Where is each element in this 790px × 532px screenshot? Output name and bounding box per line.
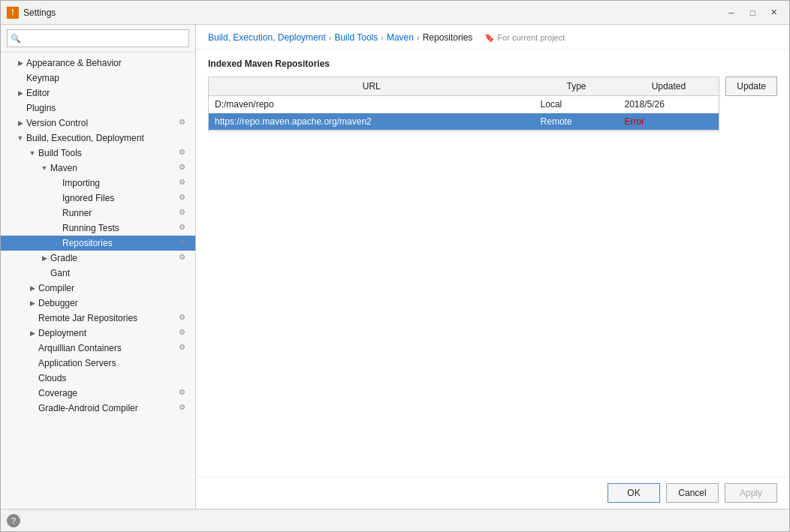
sidebar-item-compiler[interactable]: ▶ Compiler: [1, 281, 195, 296]
arrow-icon: [40, 269, 49, 277]
sidebar-item-runner[interactable]: Runner ⚙: [1, 206, 195, 221]
breadcrumb-build-exec[interactable]: Build, Execution, Deployment: [208, 32, 326, 43]
sidebar-item-vcs[interactable]: ▶ Version Control ⚙: [1, 116, 195, 131]
sidebar-item-keymap[interactable]: Keymap: [1, 71, 195, 86]
arrow-icon: ▶: [16, 119, 25, 127]
sidebar-item-debugger[interactable]: ▶ Debugger: [1, 296, 195, 311]
col-type: Type: [535, 77, 619, 96]
arrow-icon: [28, 389, 37, 397]
settings-icon: ⚙: [179, 223, 189, 233]
search-input[interactable]: [7, 29, 189, 47]
arrow-icon: ▶: [16, 59, 25, 67]
arrow-icon: ▶: [28, 284, 37, 292]
col-url: URL: [209, 77, 535, 96]
cell-type: Remote: [535, 113, 619, 131]
arrow-icon: [16, 104, 25, 112]
arrow-icon: ▼: [40, 164, 49, 172]
sidebar-item-remote-jar[interactable]: Remote Jar Repositories ⚙: [1, 311, 195, 326]
cell-type: Local: [535, 96, 619, 113]
sidebar-item-maven[interactable]: ▼ Maven ⚙: [1, 161, 195, 176]
window-title: Settings: [23, 8, 722, 18]
col-updated: Updated: [618, 77, 719, 96]
repo-table-container: URL Type Updated D:/maven/repo Local: [208, 77, 719, 131]
arrow-icon: [28, 314, 37, 322]
arrow-icon: ▶: [16, 89, 25, 97]
arrow-icon: [28, 374, 37, 382]
settings-icon: ⚙: [179, 313, 189, 323]
apply-button[interactable]: Apply: [725, 483, 777, 503]
title-bar: ! Settings ─ □ ✕: [1, 1, 789, 25]
sidebar-item-repositories[interactable]: Repositories ⚙: [1, 236, 195, 251]
repo-url-link[interactable]: https://repo.maven.apache.org/maven2: [215, 116, 372, 127]
sidebar-item-coverage[interactable]: Coverage ⚙: [1, 386, 195, 401]
arrow-icon: [52, 239, 61, 247]
sidebar-item-app-servers[interactable]: Application Servers: [1, 356, 195, 371]
sidebar-item-clouds[interactable]: Clouds: [1, 371, 195, 386]
main-content: 🔍 ▶ Appearance & Behavior Keymap ▶: [1, 25, 789, 509]
settings-icon: ⚙: [179, 178, 189, 188]
settings-icon: ⚙: [179, 343, 189, 353]
arrow-icon: [28, 359, 37, 367]
update-button[interactable]: Update: [725, 77, 777, 96]
arrow-icon: ▶: [28, 329, 37, 337]
breadcrumb: Build, Execution, Deployment › Build Too…: [196, 25, 789, 50]
sidebar-item-gradle[interactable]: ▶ Gradle ⚙: [1, 251, 195, 266]
panel-content: Indexed Maven Repositories URL Type Upda…: [196, 50, 789, 476]
settings-tree: ▶ Appearance & Behavior Keymap ▶ Editor …: [1, 53, 195, 509]
settings-window: ! Settings ─ □ ✕ 🔍 ▶ Appearance & Behavi…: [0, 0, 790, 532]
ok-button[interactable]: OK: [608, 483, 660, 503]
section-title: Indexed Maven Repositories: [208, 59, 777, 69]
repo-table: URL Type Updated D:/maven/repo Local: [209, 77, 719, 131]
settings-icon: ⚙: [179, 163, 189, 173]
table-row[interactable]: https://repo.maven.apache.org/maven2 Rem…: [209, 113, 719, 131]
arrow-icon: [52, 209, 61, 217]
sidebar-item-ignored-files[interactable]: Ignored Files ⚙: [1, 191, 195, 206]
breadcrumb-build-tools[interactable]: Build Tools: [334, 32, 378, 43]
table-body: D:/maven/repo Local 2018/5/26 https://re…: [209, 96, 719, 131]
breadcrumb-current: Repositories: [423, 32, 473, 43]
breadcrumb-maven[interactable]: Maven: [387, 32, 414, 43]
sidebar-item-editor[interactable]: ▶ Editor: [1, 86, 195, 101]
project-icon: 🔖: [484, 33, 495, 42]
arrow-icon: [28, 404, 37, 412]
arrow-icon: [28, 344, 37, 352]
arrow-icon: ▼: [28, 149, 37, 157]
sidebar-item-appearance[interactable]: ▶ Appearance & Behavior: [1, 56, 195, 71]
arrow-icon: ▶: [40, 254, 49, 262]
table-wrapper: URL Type Updated D:/maven/repo Local: [208, 77, 719, 131]
close-button[interactable]: ✕: [764, 5, 783, 21]
sidebar-item-gradle-android[interactable]: Gradle-Android Compiler ⚙: [1, 401, 195, 416]
sidebar-item-gant[interactable]: Gant: [1, 266, 195, 281]
cell-updated-error: Error: [618, 113, 719, 131]
sidebar-item-importing[interactable]: Importing ⚙: [1, 176, 195, 191]
sidebar-item-build-tools[interactable]: ▼ Build Tools ⚙: [1, 146, 195, 161]
sidebar-item-plugins[interactable]: Plugins: [1, 101, 195, 116]
sidebar-item-deployment[interactable]: ▶ Deployment ⚙: [1, 326, 195, 341]
settings-icon: ⚙: [179, 118, 189, 128]
arrow-icon: ▼: [16, 134, 25, 142]
settings-icon: ⚙: [179, 208, 189, 218]
table-row[interactable]: D:/maven/repo Local 2018/5/26: [209, 96, 719, 113]
table-with-actions: URL Type Updated D:/maven/repo Local: [208, 77, 777, 131]
panel-actions: OK Cancel Apply: [196, 476, 789, 509]
cancel-button[interactable]: Cancel: [666, 483, 719, 503]
main-panel: Build, Execution, Deployment › Build Too…: [196, 25, 789, 509]
breadcrumb-sep-1: ›: [329, 33, 332, 42]
arrow-icon: [16, 74, 25, 82]
settings-icon: ⚙: [179, 148, 189, 158]
minimize-button[interactable]: ─: [722, 5, 741, 21]
cell-url: https://repo.maven.apache.org/maven2: [209, 113, 535, 131]
arrow-icon: ▶: [28, 299, 37, 307]
arrow-icon: [52, 179, 61, 187]
search-box: 🔍: [1, 25, 195, 53]
maximize-button[interactable]: □: [743, 5, 762, 21]
settings-icon: ⚙: [179, 388, 189, 398]
search-icon: 🔍: [11, 34, 21, 44]
help-button[interactable]: ?: [7, 514, 20, 527]
sidebar-item-arquillian[interactable]: Arquillian Containers ⚙: [1, 341, 195, 356]
cell-updated: 2018/5/26: [618, 96, 719, 113]
sidebar-item-build-exec[interactable]: ▼ Build, Execution, Deployment: [1, 131, 195, 146]
breadcrumb-sep-3: ›: [417, 33, 420, 42]
sidebar: 🔍 ▶ Appearance & Behavior Keymap ▶: [1, 25, 196, 509]
sidebar-item-running-tests[interactable]: Running Tests ⚙: [1, 221, 195, 236]
